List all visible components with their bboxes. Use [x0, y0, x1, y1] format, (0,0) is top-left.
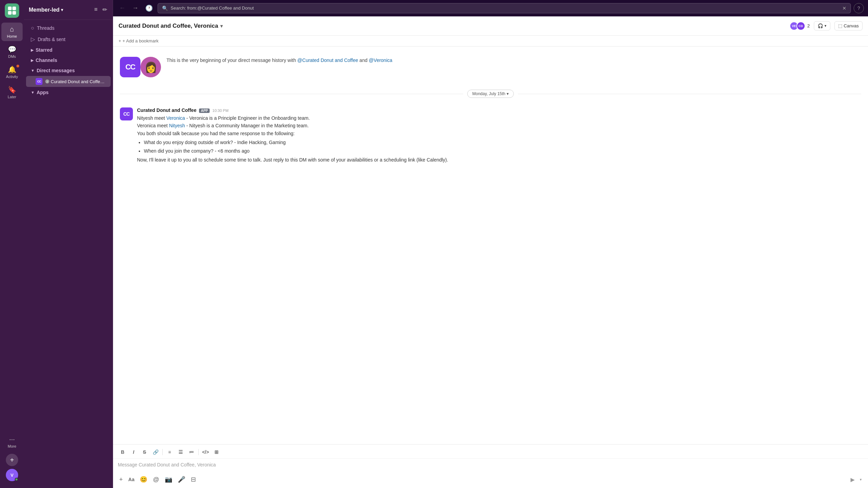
activity-icon: 🔔 — [8, 65, 16, 74]
channel-header: Curated Donut and Coffee, Veronica ▾ VE … — [113, 16, 868, 36]
section-channels[interactable]: ▶ Channels — [26, 55, 111, 65]
message-content: Curated Donut and Coffee APP 10:30 PM Ni… — [137, 107, 861, 164]
member-avatars[interactable]: VE CD 2 — [790, 22, 810, 30]
channel-header-right: VE CD 2 🎧 ▾ ⬚ Canvas — [790, 21, 863, 30]
channels-arrow: ▶ — [31, 58, 34, 63]
home-icon: ⌂ — [10, 25, 14, 33]
sidebar-header: Member-led ▾ ≡ ✏ — [24, 0, 113, 20]
sidebar-item-later[interactable]: 🔖 Later — [1, 83, 23, 102]
sidebar-item-more[interactable]: ··· More — [1, 433, 23, 451]
list-button[interactable]: ☰ — [176, 447, 185, 457]
help-button[interactable]: ? — [854, 3, 864, 13]
section-direct-messages[interactable]: ▼ Direct messages — [26, 66, 111, 75]
main-content: Curated Donut and Coffee, Veronica ▾ VE … — [113, 16, 868, 488]
user-avatar[interactable]: V — [6, 469, 18, 481]
input-bottom-left: + Aa 😊 @ 📷 🎤 ⊟ — [118, 474, 197, 485]
sidebar-item-activity[interactable]: 🔔 Activity — [1, 63, 23, 81]
history-button[interactable]: 🕐 — [143, 3, 155, 13]
huddle-button[interactable]: 🎧 ▾ — [814, 21, 830, 30]
drafts-icon: ▷ — [31, 36, 35, 42]
dm-avatar-cc: CC — [36, 78, 42, 85]
date-text: Monday, July 15th — [472, 91, 506, 96]
message-input-toolbar: B I S 🔗 ≡ ☰ ≔ </> ⊞ — [113, 445, 868, 459]
workspace-name[interactable]: Member-led ▾ — [29, 7, 63, 13]
format-text-button[interactable]: Aa — [127, 475, 136, 484]
divider-line-left — [120, 94, 463, 94]
add-workspace-button[interactable]: + — [6, 454, 18, 466]
add-bookmark-button[interactable]: + + Add a bookmark — [119, 38, 159, 43]
italic-button[interactable]: I — [129, 447, 138, 457]
message-bullet-list: What do you enjoy doing outside of work?… — [137, 139, 861, 155]
canvas-button[interactable]: ⬚ Canvas — [834, 21, 863, 30]
message-avatar: CC — [120, 107, 133, 120]
send-dropdown-button[interactable]: ▾ — [858, 476, 863, 483]
message-header: Curated Donut and Coffee APP 10:30 PM — [137, 107, 861, 113]
channel-dropdown-icon: ▾ — [220, 23, 223, 29]
workspace-dropdown-icon: ▾ — [61, 8, 63, 12]
filter-button[interactable]: ≡ — [94, 5, 98, 14]
bullet-1: What do you enjoy doing outside of work?… — [144, 139, 861, 146]
svg-rect-1 — [12, 7, 16, 10]
audio-button[interactable]: 🎤 — [176, 474, 187, 485]
sidebar-item-threads[interactable]: ○ Threads — [26, 23, 111, 33]
threads-icon: ○ — [31, 25, 34, 31]
dm-link-curated[interactable]: @Curated Donut and Coffee — [297, 57, 358, 63]
strikethrough-button[interactable]: S — [140, 447, 149, 457]
home-label: Home — [7, 34, 17, 38]
add-attachment-button[interactable]: + — [118, 475, 124, 485]
veronica-link[interactable]: Veronica — [166, 115, 185, 121]
sidebar-item-home[interactable]: ⌂ Home — [1, 23, 23, 41]
member-avatar-2: CD — [796, 22, 805, 30]
search-icon: 🔍 — [162, 5, 168, 11]
shortcuts-button[interactable]: ⊟ — [189, 474, 197, 485]
message-input-placeholder: Message Curated Donut and Coffee, Veroni… — [118, 462, 216, 467]
send-button[interactable]: ▶ — [847, 474, 858, 485]
sidebar-item-dms[interactable]: 💬 DMs — [1, 42, 23, 61]
canvas-label: Canvas — [844, 23, 859, 28]
message-text: Nityesh meet Veronica - Veronica is a Pr… — [137, 114, 861, 164]
toolbar-divider-2 — [198, 449, 199, 455]
message-input[interactable]: Message Curated Donut and Coffee, Veroni… — [113, 459, 868, 472]
dm-intro-avatars: CC 👩 — [120, 57, 161, 77]
threads-label: Threads — [37, 25, 54, 31]
channels-label: Channels — [36, 57, 57, 63]
sidebar-item-drafts[interactable]: ▷ Drafts & sent — [26, 34, 111, 44]
section-starred[interactable]: ▶ Starred — [26, 45, 111, 55]
toolbar-divider-1 — [162, 449, 163, 455]
dm-intro: CC 👩 This is the very beginning of your … — [113, 47, 868, 84]
drafts-label: Drafts & sent — [38, 37, 65, 42]
forward-button[interactable]: → — [130, 3, 140, 13]
nityesh-link[interactable]: Nityesh — [169, 123, 185, 128]
more-formatting-button[interactable]: ⊞ — [212, 447, 221, 457]
message-group: CC Curated Donut and Coffee APP 10:30 PM… — [113, 103, 868, 168]
video-button[interactable]: 📷 — [163, 474, 174, 485]
back-button[interactable]: ← — [117, 3, 127, 13]
more-label: More — [8, 444, 16, 448]
mention-button[interactable]: @ — [151, 475, 160, 485]
dm-link-veronica[interactable]: @Veronica — [369, 57, 393, 63]
search-bar[interactable]: 🔍 Search: from:@Curated Coffee and Donut… — [158, 3, 851, 13]
date-label[interactable]: Monday, July 15th ▾ — [467, 90, 514, 98]
search-close-button[interactable]: ✕ — [842, 5, 846, 11]
svg-rect-3 — [12, 11, 16, 14]
dms-icon: 💬 — [8, 45, 16, 53]
svg-rect-0 — [8, 7, 11, 10]
code-button[interactable]: </> — [201, 447, 210, 457]
icon-bar: ⌂ Home 💬 DMs 🔔 Activity 🔖 Later ··· More… — [0, 0, 24, 488]
bold-button[interactable]: B — [118, 447, 127, 457]
workspace-logo[interactable] — [5, 3, 19, 18]
channel-title[interactable]: Curated Donut and Coffee, Veronica ▾ — [119, 23, 223, 29]
canvas-icon: ⬚ — [838, 23, 842, 28]
ordered-list-button[interactable]: ≔ — [187, 447, 196, 457]
section-apps[interactable]: ▼ Apps — [26, 88, 111, 97]
message-sender: Curated Donut and Coffee — [137, 107, 196, 113]
message-input-bottom: + Aa 😊 @ 📷 🎤 ⊟ ▶ ▾ — [113, 472, 868, 488]
send-button-group: ▶ ▾ — [847, 474, 863, 485]
dm-label: Direct messages — [37, 68, 75, 73]
emoji-picker-button[interactable]: 😊 — [138, 474, 149, 485]
dm-item-label: Curated Donut and Coffee, Vero... — [51, 79, 106, 84]
link-button[interactable]: 🔗 — [151, 447, 160, 457]
align-button[interactable]: ≡ — [165, 447, 174, 457]
compose-button[interactable]: ✏ — [102, 5, 108, 14]
dm-item-curated-donut[interactable]: CC 2 Curated Donut and Coffee, Vero... — [26, 76, 111, 87]
